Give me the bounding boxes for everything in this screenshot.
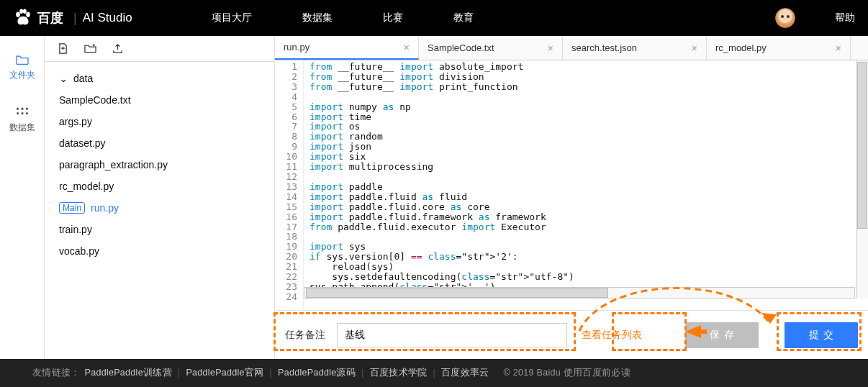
svg-point-0 [16, 12, 20, 17]
editor-tab[interactable]: SampleCode.txt× [419, 36, 563, 60]
dataset-icon [15, 106, 30, 118]
baidu-logo-icon [13, 8, 33, 28]
tab-label: search.test.json [571, 42, 637, 53]
sidebar-item-datasets[interactable]: 数据集 [9, 106, 35, 134]
footer-link[interactable]: 百度效率云 [441, 368, 489, 378]
footer: 友情链接： PaddlePaddle训练营|PaddlePaddle官网|Pad… [0, 359, 868, 387]
left-sidebar: 文件夹 数据集 [0, 36, 45, 359]
folder-entry[interactable]: ⌃ data [49, 68, 270, 89]
save-button[interactable]: 保存 [685, 322, 759, 348]
svg-point-7 [17, 112, 19, 114]
file-entry[interactable]: Mainrun.py [49, 197, 270, 219]
chevron-down-icon: ⌃ [59, 73, 68, 84]
folder-icon [15, 54, 30, 65]
svg-point-4 [17, 108, 19, 110]
brand-divider: | [73, 11, 77, 26]
new-file-icon[interactable] [58, 43, 68, 54]
editor-tab[interactable]: search.test.json× [563, 36, 707, 60]
task-note-label: 任务备注 [285, 329, 325, 342]
horizontal-scrollbar[interactable] [304, 287, 855, 299]
submit-button[interactable]: 提交 [785, 322, 858, 348]
svg-point-2 [19, 9, 23, 14]
svg-point-9 [25, 112, 27, 114]
file-entry[interactable]: train.py [49, 219, 270, 240]
new-folder-icon[interactable] [84, 43, 96, 54]
upload-icon[interactable] [112, 43, 123, 54]
main-badge: Main [59, 202, 85, 214]
nav-competitions[interactable]: 比赛 [383, 12, 403, 24]
tab-label: rc_model.py [715, 42, 767, 53]
close-icon[interactable]: × [836, 42, 841, 54]
nav-education[interactable]: 教育 [453, 12, 474, 24]
svg-point-6 [25, 108, 27, 110]
vertical-scrollbar[interactable] [856, 60, 868, 299]
avatar[interactable] [775, 8, 795, 28]
nav-projects[interactable]: 项目大厅 [212, 12, 252, 24]
top-nav: 百度 | AI Studio 项目大厅 数据集 比赛 教育 帮助 [0, 0, 868, 36]
file-explorer: ⌃ dataSampleCode.txtargs.pydataset.pypar… [45, 36, 275, 359]
file-entry[interactable]: dataset.py [49, 132, 270, 154]
footer-link[interactable]: PaddlePaddle训练营 [85, 368, 172, 378]
help-link[interactable]: 帮助 [835, 12, 855, 24]
file-entry[interactable]: paragraph_extraction.py [49, 154, 270, 176]
editor-tabs: run.py×SampleCode.txt×search.test.json×r… [275, 36, 868, 60]
footer-label: 友情链接： [32, 367, 81, 379]
file-toolbar [45, 36, 274, 62]
task-panel: 任务备注 查看任务列表 保存 提交 [275, 310, 868, 359]
file-entry[interactable]: args.py [49, 111, 270, 132]
brand-studio: AI Studio [83, 11, 132, 25]
svg-point-5 [21, 108, 23, 110]
nav-datasets[interactable]: 数据集 [302, 12, 333, 24]
editor-tab[interactable]: run.py× [275, 36, 419, 60]
file-entry[interactable]: vocab.py [49, 240, 270, 262]
footer-link[interactable]: 百度技术学院 [370, 368, 428, 378]
close-icon[interactable]: × [548, 42, 553, 54]
footer-link[interactable]: PaddlePaddle官网 [186, 368, 263, 378]
task-note-input[interactable] [337, 323, 567, 347]
sidebar-item-files[interactable]: 文件夹 [9, 54, 35, 81]
svg-point-8 [21, 112, 23, 114]
tab-label: SampleCode.txt [428, 42, 494, 53]
close-icon[interactable]: × [692, 42, 697, 54]
editor-column: ◀ run.py×SampleCode.txt×search.test.json… [275, 36, 868, 359]
footer-link[interactable]: PaddlePaddle源码 [278, 368, 356, 378]
svg-point-1 [26, 12, 30, 17]
editor-tab[interactable]: rc_model.py× [707, 36, 851, 60]
file-entry[interactable]: SampleCode.txt [49, 89, 270, 111]
tab-label: run.py [284, 42, 309, 53]
footer-copyright: © 2019 Baidu 使用百度前必读 [504, 367, 630, 379]
file-entry[interactable]: rc_model.py [49, 176, 270, 197]
brand-cn: 百度 [37, 9, 63, 27]
close-icon[interactable]: × [404, 42, 410, 53]
view-task-list-link[interactable]: 查看任务列表 [582, 329, 642, 342]
svg-point-3 [23, 9, 27, 14]
